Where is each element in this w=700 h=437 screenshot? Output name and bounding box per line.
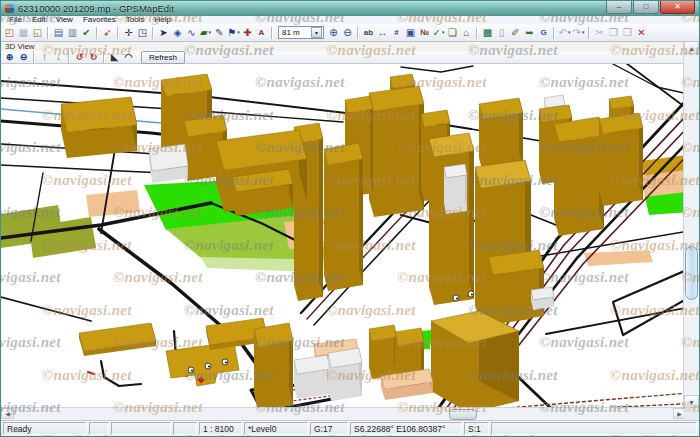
poi-marker-dot (208, 365, 210, 367)
upload-map-icon[interactable]: ➶ (101, 26, 114, 40)
combo-dropdown-icon[interactable]: ▾ (311, 27, 322, 38)
building-gold-face (554, 124, 559, 236)
add-poi-tool-icon[interactable]: ✚ (241, 26, 254, 40)
3d-move-up-icon[interactable]: ↑ (38, 52, 51, 63)
status-bar: Ready1 : 8100*Level0G:17S6.22688° E106.8… (1, 420, 699, 436)
poi-marker-dot (471, 293, 473, 295)
menu-edit[interactable]: Edit (27, 15, 51, 24)
refresh-button[interactable]: Refresh (141, 51, 185, 64)
horizontal-scrollbar[interactable]: ◀ ▶ (1, 407, 686, 420)
dropdown-arrow-icon[interactable]: ▾ (568, 30, 571, 35)
menu-view[interactable]: View (51, 15, 78, 24)
poi-marker[interactable] (222, 359, 228, 365)
poi-marker[interactable] (205, 363, 211, 369)
menu-favorites[interactable]: Favorites (78, 15, 121, 24)
building-gold-face (370, 96, 373, 193)
scroll-up-icon[interactable]: ▲ (684, 41, 699, 54)
toolbar-separator (588, 27, 590, 39)
map-viewport[interactable] (1, 63, 686, 410)
minimize-button[interactable]: – (606, 1, 632, 14)
add-waypoint-tool-icon[interactable]: ⚑▾ (227, 26, 240, 40)
copy-icon[interactable]: ❐ (607, 26, 620, 40)
3d-rotate-left-icon[interactable]: ↺ (73, 52, 86, 63)
paste-icon[interactable]: ❒ (621, 26, 634, 40)
building-gold-face (324, 149, 328, 291)
close-map-icon[interactable]: ◱ (31, 26, 44, 40)
poi-marker-dot (191, 369, 193, 371)
menu-bar: FileEditViewFavoritesToolsHelp (1, 15, 699, 24)
show-bounds-icon[interactable]: ▣ (404, 26, 417, 40)
map-key-icon[interactable]: ➥ (523, 26, 536, 40)
building-grey[interactable] (149, 144, 188, 171)
vertical-scrollbar[interactable]: ▲ ▼ (683, 41, 699, 408)
status-pane-1 (89, 422, 109, 435)
scroll-down-icon[interactable]: ▼ (684, 395, 699, 408)
show-grid-icon[interactable]: # (390, 26, 403, 40)
zoom-out-icon[interactable]: ⊖ (341, 26, 354, 40)
dropdown-arrow-icon[interactable]: ▾ (237, 30, 240, 35)
toolbar-separator (152, 27, 154, 39)
poi-marker[interactable] (188, 367, 194, 373)
show-labels-icon[interactable]: ab (362, 26, 375, 40)
new-document-icon[interactable]: ▯ (495, 26, 508, 40)
toolbar-separator (103, 51, 105, 63)
raster-image-icon[interactable]: ▩ (481, 26, 494, 40)
routing-graph-icon[interactable]: ✓▾ (432, 26, 445, 40)
delete-icon[interactable]: ✕ (635, 26, 648, 40)
3d-move-down-icon[interactable]: ↓ (52, 52, 65, 63)
3d-zoom-in-icon[interactable]: ⊕ (3, 52, 16, 63)
cut-icon[interactable]: ✂ (593, 26, 606, 40)
vertical-scroll-thumb[interactable] (685, 246, 698, 300)
measure-distance-icon[interactable]: ↔ (376, 26, 389, 40)
find-address-icon[interactable]: A (255, 26, 268, 40)
poi-editor-icon[interactable]: ✐ (509, 26, 522, 40)
map-canvas[interactable] (1, 63, 686, 410)
open-map-icon[interactable]: ◰ (3, 26, 16, 40)
3d-rotate-right-icon[interactable]: ↻ (87, 52, 100, 63)
draw-polygon-tool-icon[interactable]: ▰▾ (199, 26, 212, 40)
redo-icon[interactable]: ↷▾ (572, 26, 585, 40)
pan-tool-icon[interactable]: ✛ (122, 26, 135, 40)
google-maps-icon[interactable]: G (537, 26, 550, 40)
poi-marker-dot (456, 297, 458, 299)
zoom-scale-combo[interactable]: 81 m▾ (278, 26, 324, 39)
building-grey-face (331, 363, 362, 401)
status-map-scale: 1 : 8100 (199, 422, 242, 435)
dropdown-arrow-icon[interactable]: ▾ (209, 30, 212, 35)
house-numbers-icon[interactable]: № (418, 26, 431, 40)
toolbar-separator (357, 27, 359, 39)
select-tool-icon[interactable]: ➤ (157, 26, 170, 40)
zoom-rect-tool-icon[interactable]: ◳ (136, 26, 149, 40)
3d-tilt-view-icon[interactable]: ◣ (108, 52, 121, 63)
menu-file[interactable]: File (4, 15, 27, 24)
3d-field-of-view-icon[interactable]: ◠ (122, 52, 135, 63)
menu-tools[interactable]: Tools (121, 15, 150, 24)
select-objects-tool-icon[interactable]: ◈ (171, 26, 184, 40)
close-button[interactable]: ✕ (660, 1, 695, 14)
window-controls: – □ ✕ (606, 1, 695, 14)
maximize-button[interactable]: □ (633, 1, 659, 14)
menu-help[interactable]: Help (149, 15, 175, 24)
zoom-in-icon[interactable]: ⊕ (327, 26, 340, 40)
edit-nodes-tool-icon[interactable]: ✎ (213, 26, 226, 40)
map-properties-icon[interactable]: ▥ (66, 26, 79, 40)
building-gold-face (603, 128, 643, 206)
poi-marker[interactable] (453, 295, 459, 301)
verify-map-icon[interactable]: ✔ (80, 26, 93, 40)
3d-zoom-out-icon[interactable]: ⊖ (17, 52, 30, 63)
horizontal-scroll-thumb[interactable] (449, 409, 477, 420)
poi-marker[interactable] (468, 291, 474, 297)
dropdown-arrow-icon[interactable]: ▾ (442, 30, 445, 35)
draw-polyline-tool-icon[interactable]: ∿ (185, 26, 198, 40)
scrollbar-corner (684, 408, 699, 420)
attached-maps-icon[interactable]: ❏ (446, 26, 459, 40)
scroll-left-icon[interactable]: ◀ (1, 408, 14, 419)
home-view-icon[interactable]: ⌂ (460, 26, 473, 40)
title-bar[interactable]: 62310000 201209.mp - GPSMapEdit – □ ✕ (1, 1, 699, 16)
undo-icon[interactable]: ↶▾ (558, 26, 571, 40)
building-gold-face (421, 114, 424, 201)
map-source-icon[interactable]: ▤ (52, 26, 65, 40)
dropdown-arrow-icon[interactable]: ▾ (582, 30, 585, 35)
save-map-icon[interactable]: ▦ (17, 26, 30, 40)
toolbar-separator (96, 27, 98, 39)
